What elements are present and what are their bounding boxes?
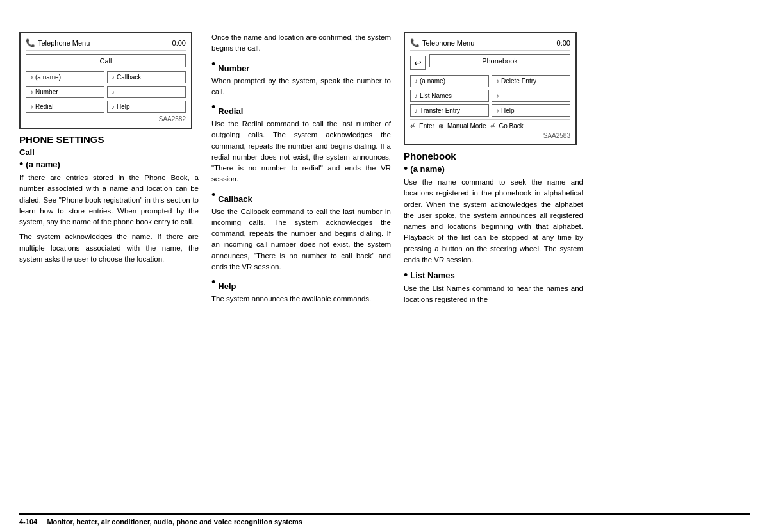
a-name-text2: The system acknowledges the name. If the… — [19, 231, 199, 265]
footer-page-num: 4-104 — [19, 518, 37, 526]
footer-back-icon: ⏎ — [490, 122, 495, 129]
bullet-callback: • Callback Use the Callback command to c… — [211, 190, 391, 273]
screen1-grid: ♪ (a name) ♪ Callback ♪ Number ♪ — [26, 71, 186, 113]
screen2-time: 0:00 — [557, 39, 570, 47]
vr-icon-r5: ♪ — [415, 107, 418, 114]
middle-column: Once the name and location are confirmed… — [199, 32, 397, 310]
screen2-btn-1-label: (a name) — [420, 78, 445, 85]
screen1-btn-5-label: Redial — [35, 103, 53, 110]
screen1-btn-3: ♪ Number — [26, 86, 104, 98]
screen2-grid: ♪ (a name) ♪ Delete Entry ♪ List Names ♪ — [410, 75, 570, 117]
vr-icon-r6: ♪ — [496, 107, 499, 114]
right-listnames-label: List Names — [410, 270, 454, 280]
screen2-btn-5-label: Transfer Entry — [420, 107, 460, 114]
bullet-redial: • Redial Use the Redial command to call … — [211, 103, 391, 185]
bullet-a-name: • (a name) If there are entries stored i… — [19, 160, 199, 265]
bullet-dot-redial: • — [211, 101, 215, 113]
phone-icon: 📞 — [26, 38, 35, 47]
page-container: 📞 Telephone Menu 0:00 Call ♪ (a name) ♪ … — [0, 0, 769, 532]
right-bullet-aname-row: • (a name) — [404, 164, 583, 174]
screen2-btn-4: ♪ — [492, 90, 570, 102]
screen1-call-btn: Call — [26, 54, 186, 67]
bullet-dot-callback: • — [211, 189, 215, 201]
screen2-phonebook-icon: ↩ — [414, 58, 422, 68]
screen2-btn-6: ♪ Help — [492, 104, 570, 117]
right-aname-text: Use the name command to seek the name an… — [404, 177, 583, 265]
screen1-time: 0:00 — [172, 39, 186, 47]
bullet-callback-row: • Callback — [211, 190, 391, 205]
footer-manual-label: Manual Mode — [447, 122, 486, 129]
screen2-footer: ⏎ Enter ⊕ Manual Mode ⏎ Go Back — [410, 119, 570, 129]
vr-icon-5: ♪ — [30, 103, 33, 110]
footer-enter-icon: ⏎ — [410, 122, 415, 129]
footer-spacer — [39, 518, 45, 526]
footer-manual-icon: ⊕ — [438, 122, 443, 129]
vr-icon-1: ♪ — [30, 74, 33, 81]
a-name-label: (a name) — [26, 160, 60, 169]
phone-icon-2: 📞 — [410, 38, 420, 47]
bullet-help-row: • Help — [211, 278, 391, 292]
screen1-saa: SAA2582 — [26, 115, 186, 122]
screen2-title: Telephone Menu — [422, 39, 474, 47]
footer-description: Monitor, heater, air conditioner, audio,… — [47, 518, 302, 526]
right-aname-label: (a name) — [410, 164, 444, 174]
screen2-phonebook-btn: Phonebook — [429, 54, 570, 67]
screen1-btn-1-label: (a name) — [35, 74, 61, 81]
vr-icon-4: ♪ — [112, 88, 115, 96]
help-label: Help — [218, 281, 236, 291]
bullet-number: • Number When prompted by the system, sp… — [211, 60, 391, 98]
main-content: 📞 Telephone Menu 0:00 Call ♪ (a name) ♪ … — [19, 32, 750, 311]
screen-mockup-1: 📞 Telephone Menu 0:00 Call ♪ (a name) ♪ … — [19, 32, 192, 129]
number-label: Number — [218, 63, 249, 73]
screen2-header: 📞 Telephone Menu 0:00 — [410, 38, 570, 51]
vr-icon-r3: ♪ — [415, 92, 418, 99]
vr-icon-r4: ♪ — [496, 92, 499, 99]
right-bullet-dot-aname: • — [404, 163, 408, 174]
screen1-btn-6-label: Help — [117, 103, 130, 110]
number-text: When prompted by the system, speak the n… — [211, 76, 391, 98]
screen1-title: Telephone Menu — [38, 39, 90, 47]
screen1-btn-6: ♪ Help — [107, 101, 186, 113]
screen1-header-left: 📞 Telephone Menu — [26, 38, 90, 47]
screen2-phonebook-row: ↩ Phonebook — [410, 54, 570, 71]
screen2-btn-1: ♪ (a name) — [410, 75, 489, 87]
right-bullet-dot-listnames: • — [404, 269, 408, 281]
callback-label: Callback — [218, 194, 252, 204]
callback-text: Use the Callback command to call the las… — [211, 206, 391, 273]
right-bullet-aname: • (a name) Use the name command to seek … — [404, 164, 583, 265]
right-listnames-text: Use the List Names command to hear the n… — [404, 283, 583, 306]
screen1-btn-4: ♪ — [107, 86, 186, 98]
screen2-btn-2-label: Delete Entry — [501, 78, 536, 85]
redial-text: Use the Redial command to call the last … — [211, 119, 391, 185]
phonebook-title: Phonebook — [404, 151, 583, 162]
right-bullet-listnames-row: • List Names — [404, 270, 583, 281]
page-footer: 4-104 Monitor, heater, air conditioner, … — [19, 513, 750, 526]
vr-icon-r1: ♪ — [415, 78, 418, 85]
screen1-btn-2: ♪ Callback — [107, 71, 186, 83]
bullet-number-row: • Number — [211, 60, 391, 74]
screen1-btn-5: ♪ Redial — [26, 101, 104, 113]
vr-icon-6: ♪ — [112, 103, 115, 110]
vr-icon-r2: ♪ — [496, 78, 499, 85]
right-column: 📞 Telephone Menu 0:00 ↩ Phonebook ♪ (a n — [397, 32, 583, 311]
screen2-phonebook-icon-box: ↩ — [410, 56, 426, 70]
screen-mockup-2: 📞 Telephone Menu 0:00 ↩ Phonebook ♪ (a n — [404, 32, 577, 145]
screen2-btn-6-label: Help — [501, 107, 515, 114]
screen2-btn-3-label: List Names — [420, 92, 452, 99]
call-subtitle: Call — [19, 147, 199, 157]
bullet-a-name-row: • (a name) — [19, 160, 199, 170]
screen2-saa: SAA2583 — [410, 132, 570, 139]
phone-settings-title: PHONE SETTINGS — [19, 134, 199, 145]
bullet-dot-help: • — [211, 276, 215, 288]
footer-back-label: Go Back — [499, 122, 524, 129]
bullet-dot-1: • — [19, 158, 23, 170]
vr-icon-2: ♪ — [112, 74, 115, 81]
screen2-btn-5: ♪ Transfer Entry — [410, 104, 489, 117]
screen1-btn-2-label: Callback — [117, 74, 141, 81]
right-bullet-listnames: • List Names Use the List Names command … — [404, 270, 583, 306]
bullet-dot-number: • — [211, 58, 215, 70]
vr-icon-3: ♪ — [30, 88, 33, 96]
mid-intro: Once the name and location are confirmed… — [211, 32, 391, 54]
a-name-text1: If there are entries stored in the Phone… — [19, 172, 199, 228]
footer-enter-label: Enter — [419, 122, 434, 129]
